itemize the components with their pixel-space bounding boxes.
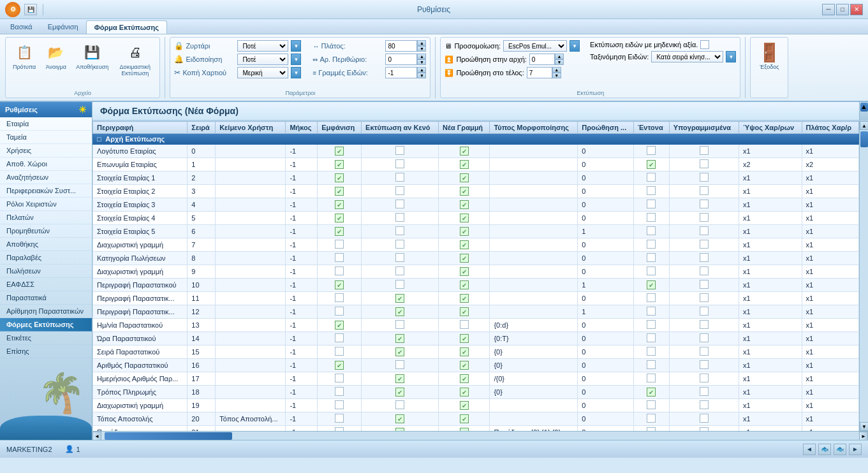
ar-per-up[interactable]: ▲: [417, 54, 426, 59]
tab-forma-ektyp[interactable]: Φόρμα Εκτύπωσης: [86, 20, 167, 34]
table-row[interactable]: Ημ/νία Παραστατικού13-1✔{0:d}0x1x1: [93, 319, 859, 332]
checkbox[interactable]: ✔: [460, 388, 469, 397]
checkbox[interactable]: [647, 333, 656, 342]
checkbox[interactable]: [395, 280, 404, 289]
checkbox[interactable]: [647, 186, 656, 195]
checkbox[interactable]: ✔: [460, 173, 469, 182]
prosom-dropdown[interactable]: ▼: [570, 40, 580, 52]
h-scroll-thumb[interactable]: [105, 432, 232, 440]
checkbox[interactable]: [647, 360, 656, 369]
nav-forward[interactable]: ►: [849, 444, 862, 455]
checkbox[interactable]: ✔: [460, 147, 469, 156]
checkbox[interactable]: ✔: [335, 160, 344, 169]
scroll-right-arrow[interactable]: ►: [859, 432, 868, 440]
checkbox[interactable]: [395, 226, 404, 235]
checkbox[interactable]: [700, 173, 709, 182]
table-row[interactable]: Στοιχεία Εταιρίας 56-1✔✔1x1x1: [93, 225, 859, 238]
checkbox[interactable]: [700, 240, 709, 249]
checkbox[interactable]: [647, 347, 656, 356]
checkbox[interactable]: ✔: [647, 280, 656, 289]
checkbox[interactable]: [335, 253, 344, 262]
table-row[interactable]: Τρόπος Πληρωμής18-1✔✔{0}0✔x1x1: [93, 386, 859, 399]
taxinomisi-dropdown[interactable]: ▼: [726, 51, 736, 62]
sidebar-item-episis[interactable]: Επίσης: [0, 345, 92, 358]
checkbox[interactable]: [700, 213, 709, 222]
zyrtar-dropdown[interactable]: ▼: [291, 40, 301, 52]
checkbox[interactable]: [700, 200, 709, 208]
checkbox[interactable]: [647, 226, 656, 235]
sidebar-item-arithmisi[interactable]: Αρίθμηση Παραστατικών: [0, 305, 92, 318]
checkbox[interactable]: [335, 387, 344, 396]
table-row[interactable]: Επωνυμία Εταιρίας1-1✔✔0✔x2x2: [93, 158, 859, 171]
table-container[interactable]: Περιγραφή Σειρά Κείμενο Χρήστη Μήκος Εμφ…: [92, 121, 859, 431]
sidebar-item-perifereiakwn[interactable]: Περιφερειακών Συστ...: [0, 184, 92, 198]
checkbox[interactable]: [700, 360, 709, 369]
proothisi-arxi-input[interactable]: [529, 54, 555, 65]
sidebar-item-eafdss[interactable]: ΕΑΦΔΣΣ: [0, 278, 92, 291]
checkbox[interactable]: [335, 240, 344, 249]
sidebar-item-xriseis[interactable]: Χρήσεις: [0, 144, 92, 157]
sidebar-item-apoth-xoroi[interactable]: Αποθ. Χώροι: [0, 157, 92, 171]
nav-fish-left[interactable]: 🐟: [818, 444, 831, 455]
table-row[interactable]: Σειρά Παραστατικού15-1✔✔{0}0x1x1: [93, 346, 859, 359]
checkbox[interactable]: [700, 266, 709, 275]
scroll-left-arrow[interactable]: ◄: [92, 432, 101, 440]
checkbox[interactable]: [335, 293, 344, 302]
checkbox[interactable]: [647, 173, 656, 182]
checkbox[interactable]: ✔: [335, 321, 344, 330]
nav-fish-right[interactable]: 🐟: [834, 444, 846, 455]
table-row[interactable]: Παράδοση21-1✔✔Παράδοση: {0} {1} {2}0x1x1: [93, 426, 859, 432]
sidebar-item-etiketes[interactable]: Ετικέτες: [0, 331, 92, 345]
checkbox[interactable]: ✔: [335, 147, 344, 156]
checkbox[interactable]: [395, 320, 404, 329]
checkbox[interactable]: ✔: [460, 227, 469, 236]
grammes-up[interactable]: ▲: [417, 67, 426, 73]
checkbox[interactable]: [395, 146, 404, 155]
sidebar-item-parasatatika[interactable]: Παραστατικά: [0, 291, 92, 305]
checkbox[interactable]: ✔: [460, 214, 469, 222]
proothisi-arxi-down[interactable]: ▼: [555, 59, 564, 65]
proothisi-telos-down[interactable]: ▼: [552, 73, 561, 78]
checkbox[interactable]: [395, 400, 404, 409]
sidebar-item-pelatwn[interactable]: Πελατών: [0, 211, 92, 224]
checkbox[interactable]: [647, 213, 656, 222]
eksodos-button[interactable]: 🚪 Έξοδος: [755, 40, 784, 72]
table-row[interactable]: Περιγραφή Παραστατικ...11-1✔✔0x1x1: [93, 292, 859, 305]
checkbox[interactable]: [700, 293, 709, 302]
checkbox[interactable]: ✔: [460, 347, 469, 356]
checkbox[interactable]: ✔: [395, 414, 404, 423]
tab-vasika[interactable]: Βασικά: [3, 20, 40, 34]
apothikeusi-button[interactable]: 💾 Αποθήκευση: [73, 40, 112, 72]
sidebar-item-promitheftwn[interactable]: Προμηθευτών: [0, 224, 92, 238]
table-row[interactable]: Περιγραφή Παραστατικ...12-1✔✔1x1x1: [93, 305, 859, 319]
platos-down[interactable]: ▼: [417, 46, 426, 52]
table-row[interactable]: Ημερήσιος Αριθμός Παρ...17-1✔✔/{0}0x1x1: [93, 372, 859, 386]
table-row[interactable]: Αριθμός Παραστατικού16-1✔✔{0}0x1x1: [93, 359, 859, 372]
prosom-select[interactable]: EscPos Emul...: [503, 40, 567, 52]
sidebar-item-apothikis[interactable]: Αποθήκης: [0, 238, 92, 251]
sidebar-item-pwliswn[interactable]: Πωλήσεων: [0, 265, 92, 278]
maximize-button[interactable]: □: [836, 4, 849, 15]
sidebar-item-paralaves[interactable]: Παραλαβές: [0, 251, 92, 265]
checkbox[interactable]: [335, 374, 344, 382]
checkbox[interactable]: ✔: [460, 361, 469, 370]
platos-input[interactable]: [385, 40, 417, 52]
checkbox[interactable]: [335, 347, 344, 356]
sidebar-item-formes[interactable]: Φόρμες Εκτύπωσης: [0, 318, 92, 331]
close-button[interactable]: ✕: [850, 4, 863, 15]
sidebar-item-tameia[interactable]: Ταμεία: [0, 131, 92, 144]
nav-back[interactable]: ◄: [803, 444, 816, 455]
checkbox[interactable]: [335, 333, 344, 342]
table-row[interactable]: Διαχωριστική γραμμή19-1✔0x1x1: [93, 399, 859, 412]
checkbox[interactable]: ✔: [647, 160, 656, 169]
checkbox[interactable]: ✔: [335, 227, 344, 236]
checkbox[interactable]: ✔: [647, 388, 656, 397]
checkbox[interactable]: [395, 360, 404, 369]
checkbox[interactable]: ✔: [335, 361, 344, 370]
checkbox[interactable]: [335, 400, 344, 409]
checkbox[interactable]: [395, 240, 404, 249]
checkbox[interactable]: [647, 400, 656, 409]
checkbox[interactable]: ✔: [460, 267, 469, 276]
sidebar-item-anazitiswn[interactable]: Αναζητήσεων: [0, 171, 92, 184]
checkbox[interactable]: [700, 320, 709, 329]
